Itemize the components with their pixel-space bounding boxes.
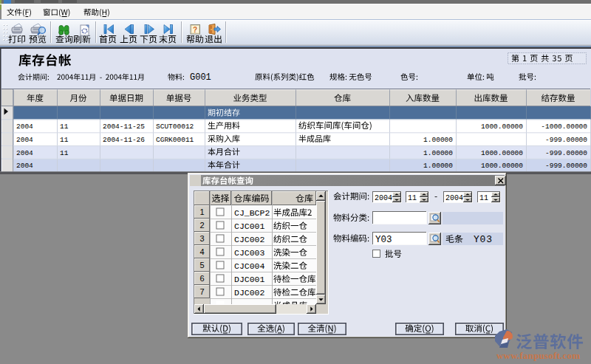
svg-text:-999.00000: -999.00000	[545, 136, 587, 144]
svg-text:DJC001: DJC001	[234, 275, 265, 284]
svg-text:?: ?	[193, 26, 197, 34]
svg-text:5: 5	[199, 261, 204, 269]
svg-text:www.fanpusoft.com: www.fanpusoft.com	[496, 350, 580, 361]
svg-text:2004: 2004	[16, 162, 33, 170]
svg-text:CJC001: CJC001	[234, 222, 265, 231]
svg-text:2004: 2004	[375, 194, 392, 202]
svg-text:11: 11	[60, 123, 69, 131]
svg-text:7: 7	[199, 287, 204, 296]
svg-text:11: 11	[479, 194, 488, 202]
svg-text:1.00000: 1.00000	[423, 149, 453, 157]
svg-text:2004: 2004	[16, 136, 33, 144]
svg-text:1.00000: 1.00000	[423, 162, 453, 170]
svg-text:1000.00000: 1000.00000	[481, 123, 523, 131]
svg-text:6: 6	[199, 274, 204, 283]
svg-text:Y03: Y03	[474, 234, 493, 245]
svg-text:1000.00000: 1000.00000	[481, 149, 523, 157]
svg-text:11: 11	[408, 194, 417, 202]
svg-text:2004: 2004	[16, 123, 33, 131]
svg-text:2004: 2004	[16, 149, 33, 157]
svg-text:4: 4	[199, 247, 204, 256]
svg-text:2004: 2004	[445, 194, 463, 202]
svg-text:CGRK00011: CGRK00011	[156, 136, 194, 144]
svg-text:1000.00000: 1000.00000	[481, 162, 523, 170]
svg-text:CJC002: CJC002	[234, 235, 265, 244]
svg-text:1.00000: 1.00000	[423, 136, 453, 144]
svg-text:DJC002: DJC002	[234, 288, 265, 298]
svg-text:G001: G001	[190, 72, 211, 83]
svg-text:CJC003: CJC003	[234, 248, 265, 258]
svg-text:Y03: Y03	[375, 235, 392, 245]
svg-text:11: 11	[60, 149, 69, 157]
svg-text:SCUT00012: SCUT00012	[156, 123, 194, 131]
svg-text:-999.00000: -999.00000	[545, 149, 587, 157]
svg-text:-1000.00000: -1000.00000	[541, 123, 587, 131]
svg-text:2004-11-26: 2004-11-26	[103, 136, 145, 144]
svg-text:3: 3	[199, 234, 204, 243]
svg-text:CJ_BCP2: CJ_BCP2	[234, 208, 270, 218]
svg-text:2: 2	[199, 221, 204, 230]
svg-text:CJC004: CJC004	[234, 261, 265, 271]
svg-text:-999.00000: -999.00000	[545, 162, 587, 170]
svg-text:11: 11	[60, 136, 69, 144]
svg-text:2004-11-25: 2004-11-25	[103, 123, 145, 131]
svg-text:1: 1	[199, 207, 204, 216]
